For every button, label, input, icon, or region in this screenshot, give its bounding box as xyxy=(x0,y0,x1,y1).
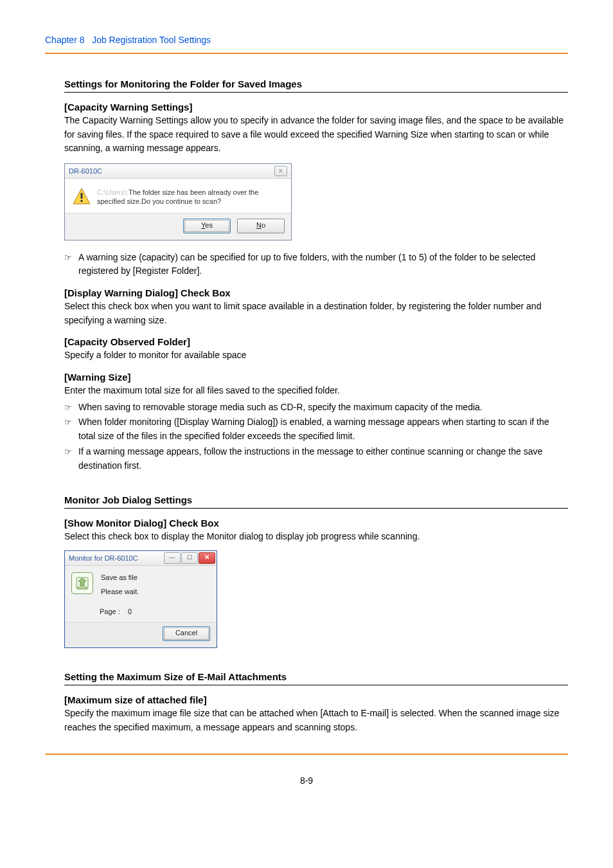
footer-rule xyxy=(45,754,568,755)
warning-triangle-icon xyxy=(73,188,91,204)
warning-dialog: DR-6010C ✕ C:\Users\:The folder size has… xyxy=(64,163,292,240)
heading-observed-folder: [Capacity Observed Folder] xyxy=(64,336,568,347)
para-warning-size: Enter the maximum total size for all fil… xyxy=(64,384,568,398)
svg-rect-2 xyxy=(81,200,83,202)
close-icon[interactable]: ✕ xyxy=(274,166,287,176)
warning-dialog-title: DR-6010C xyxy=(69,167,102,175)
chapter-header: Chapter 8 Job Registration Tool Settings xyxy=(45,35,568,53)
monitor-page-value: 0 xyxy=(128,608,132,615)
header-rule xyxy=(45,53,568,54)
chapter-title: Job Registration Tool Settings xyxy=(92,35,211,45)
monitor-dialog: Monitor for DR-6010C — ☐ ✕ Save as file xyxy=(64,550,217,648)
note-icon: ☞ xyxy=(64,401,78,414)
warning-dialog-path: C:\Users\: xyxy=(97,188,129,196)
monitor-line-2: Please wait. xyxy=(101,586,139,597)
no-button[interactable]: No xyxy=(237,219,285,233)
monitor-line-1: Save as file xyxy=(101,572,139,583)
minimize-icon[interactable]: — xyxy=(164,552,181,564)
svg-rect-1 xyxy=(81,193,83,199)
note-icon: ☞ xyxy=(64,251,78,264)
heading-capacity-warning: [Capacity Warning Settings] xyxy=(64,102,568,113)
note-icon: ☞ xyxy=(64,415,78,429)
section-title-email-attachments: Setting the Maximum Size of E-Mail Attac… xyxy=(64,671,568,685)
para-capacity-warning: The Capacity Warning Settings allow you … xyxy=(64,114,568,156)
para-observed-folder: Specify a folder to monitor for availabl… xyxy=(64,348,568,363)
warning-size-note-2: When folder monitoring ([Display Warning… xyxy=(78,415,568,443)
maximize-icon[interactable]: ☐ xyxy=(181,552,198,564)
heading-warning-size: [Warning Size] xyxy=(64,372,568,383)
monitor-page-label: Page : xyxy=(100,608,120,615)
para-display-warning: Select this check box when you want to l… xyxy=(64,300,568,327)
heading-display-warning: [Display Warning Dialog] Check Box xyxy=(64,287,568,298)
yes-button[interactable]: Yes xyxy=(183,219,231,233)
save-file-icon xyxy=(71,572,93,594)
heading-show-monitor: [Show Monitor Dialog] Check Box xyxy=(64,518,568,529)
cancel-button[interactable]: Cancel xyxy=(163,626,210,641)
close-icon[interactable]: ✕ xyxy=(199,552,215,564)
warning-size-note-3: If a warning message appears, follow the… xyxy=(78,445,568,473)
monitor-dialog-title: Monitor for DR-6010C xyxy=(69,554,138,562)
note-icon: ☞ xyxy=(64,445,78,458)
warning-dialog-message: C:\Users\:The folder size has been alrea… xyxy=(97,188,283,206)
para-show-monitor: Select this check box to display the Mon… xyxy=(64,530,568,544)
chapter-number: Chapter 8 xyxy=(45,35,84,45)
heading-max-attached-size: [Maximum size of attached file] xyxy=(64,694,568,705)
warning-size-note-1: When saving to removable storage media s… xyxy=(78,401,568,415)
section-title-monitor-job: Monitor Job Dialog Settings xyxy=(64,494,568,509)
para-max-attached-size: Specify the maximum image file size that… xyxy=(64,707,568,734)
note-text-1: A warning size (capacity) can be specifi… xyxy=(78,251,568,278)
page-number: 8-9 xyxy=(45,775,568,786)
svg-rect-4 xyxy=(78,587,87,589)
section-title-monitoring: Settings for Monitoring the Folder for S… xyxy=(64,78,568,93)
